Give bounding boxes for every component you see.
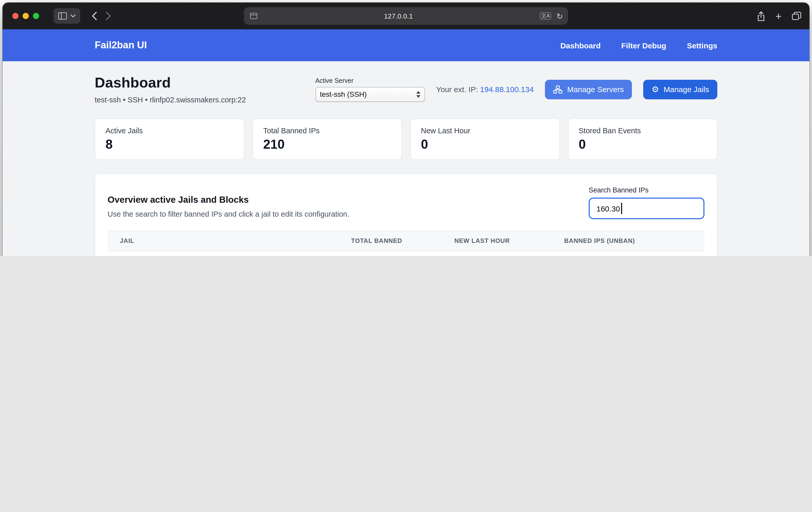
jails-overview-card: Search Banned IPs Overview active Jails …	[95, 173, 717, 256]
stat-card-active-jails: Active Jails 8	[95, 118, 244, 160]
active-server-value: test-ssh (SSH)	[320, 90, 416, 98]
text-caret	[621, 203, 622, 214]
select-stepper-icon	[416, 91, 420, 97]
stat-label: New Last Hour	[421, 126, 549, 135]
active-server-select[interactable]: test-ssh (SSH)	[315, 87, 425, 102]
sitemap-icon	[553, 85, 562, 93]
nav-links: Dashboard Filter Debug Settings	[560, 41, 717, 50]
external-ip: Your ext. IP: 194.88.100.134	[436, 85, 533, 94]
reload-icon[interactable]: ↻	[556, 12, 563, 20]
share-icon[interactable]	[757, 11, 765, 21]
window-controls	[3, 13, 46, 19]
page-header: Dashboard test-ssh • SSH • rlinfp02.swis…	[95, 75, 717, 104]
nav-link-settings[interactable]: Settings	[687, 41, 717, 50]
app-brand: Fail2ban UI	[95, 39, 147, 51]
zoom-window-button[interactable]	[33, 13, 39, 19]
sidebar-icon	[58, 12, 67, 20]
translate-icon[interactable]: 文A	[540, 12, 551, 20]
table-row: apache-auth 19 0 160.30.113.129 Unban	[108, 251, 704, 256]
browser-window: 127.0.0.1 文A ↻ + Fail2ban UI	[3, 3, 809, 256]
active-server-block: Active Server test-ssh (SSH)	[315, 77, 425, 102]
stat-card-new-last-hour: New Last Hour 0	[410, 118, 560, 160]
search-banned-ips-input[interactable]	[589, 198, 704, 219]
jails-table: Jail Total Banned New Last Hour Banned I…	[108, 230, 704, 256]
external-ip-value[interactable]: 194.88.100.134	[480, 85, 534, 94]
minimize-window-button[interactable]	[23, 13, 29, 19]
nav-link-filter-debug[interactable]: Filter Debug	[621, 41, 666, 50]
stat-value: 210	[263, 137, 391, 152]
browser-toolbar: 127.0.0.1 文A ↻ +	[3, 3, 809, 29]
manage-servers-button[interactable]: Manage Servers	[545, 80, 632, 99]
active-server-label: Active Server	[315, 77, 425, 84]
tab-overview-icon[interactable]	[792, 12, 801, 20]
search-label: Search Banned IPs	[589, 186, 704, 194]
page-subtitle: test-ssh • SSH • rlinfp02.swissmakers.co…	[95, 96, 246, 104]
stat-value: 0	[421, 137, 549, 152]
chevron-down-icon	[70, 15, 76, 18]
address-bar-actions: 文A ↻	[540, 12, 563, 20]
page-title: Dashboard	[95, 75, 246, 91]
app-navbar: Fail2ban UI Dashboard Filter Debug Setti…	[3, 29, 809, 61]
search-block: Search Banned IPs	[589, 186, 704, 219]
sidebar-toggle[interactable]	[54, 8, 80, 24]
column-header-jail: Jail	[108, 231, 351, 251]
close-window-button[interactable]	[12, 13, 19, 19]
stat-card-total-banned: Total Banned IPs 210	[252, 118, 402, 160]
manage-servers-label: Manage Servers	[567, 85, 624, 94]
column-header-banned-ips: Banned IPs (Unban)	[564, 231, 704, 251]
manage-jails-label: Manage Jails	[664, 85, 709, 94]
history-nav	[92, 11, 111, 21]
stat-label: Stored Ban Events	[579, 126, 706, 135]
page-icon	[250, 13, 257, 19]
title-block: Dashboard test-ssh • SSH • rlinfp02.swis…	[95, 75, 246, 104]
gear-icon: ⚙	[652, 85, 659, 93]
external-ip-label: Your ext. IP:	[436, 85, 478, 94]
stat-label: Total Banned IPs	[263, 126, 391, 135]
page-body: Dashboard test-ssh • SSH • rlinfp02.swis…	[3, 61, 809, 256]
column-header-new-last-hour: New Last Hour	[454, 231, 564, 251]
stat-value: 0	[579, 137, 706, 152]
back-button[interactable]	[92, 11, 97, 21]
stat-card-stored-ban-events: Stored Ban Events 0	[568, 118, 717, 160]
header-actions: Active Server test-ssh (SSH) Your ext. I…	[315, 77, 717, 102]
nav-link-dashboard[interactable]: Dashboard	[560, 41, 601, 50]
new-tab-icon[interactable]: +	[775, 10, 782, 21]
forward-button[interactable]	[106, 11, 111, 21]
url-text: 127.0.0.1	[257, 12, 540, 20]
column-header-total-banned: Total Banned	[351, 231, 454, 251]
address-bar[interactable]: 127.0.0.1 文A ↻	[244, 7, 568, 25]
manage-jails-button[interactable]: ⚙ Manage Jails	[643, 80, 717, 99]
desktop: 127.0.0.1 文A ↻ + Fail2ban UI	[0, 0, 812, 256]
stat-value: 8	[106, 137, 233, 152]
stats-row: Active Jails 8 Total Banned IPs 210 New …	[95, 118, 717, 160]
toolbar-right: +	[757, 3, 801, 29]
stat-label: Active Jails	[106, 126, 233, 135]
table-header: Jail Total Banned New Last Hour Banned I…	[108, 230, 704, 251]
